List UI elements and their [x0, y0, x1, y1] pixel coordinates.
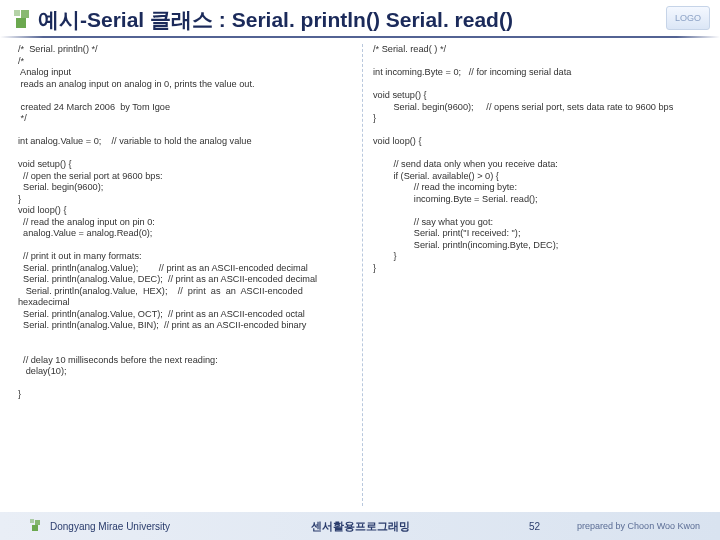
- page-number: 52: [529, 521, 540, 532]
- university-name: Dongyang Mirae University: [50, 521, 170, 532]
- author-credit: prepared by Choon Woo Kwon: [577, 521, 700, 531]
- code-columns: /* Serial. println() */ /* Analog input …: [18, 44, 702, 506]
- decor-squares-small: [30, 519, 44, 533]
- footer-left: Dongyang Mirae University: [30, 519, 170, 533]
- decor-squares: [14, 10, 34, 30]
- course-title: 센서활용프로그래밍: [311, 519, 410, 534]
- title-underline: [0, 36, 720, 38]
- footer-bar: Dongyang Mirae University 센서활용프로그래밍 52 p…: [0, 512, 720, 540]
- logo-badge: LOGO: [666, 6, 710, 30]
- code-left: /* Serial. println() */ /* Analog input …: [18, 44, 362, 506]
- code-right: /* Serial. read( ) */ int incoming.Byte …: [362, 44, 702, 506]
- page-title: 예시-Serial 클래스 : Serial. println() Serial…: [38, 6, 513, 34]
